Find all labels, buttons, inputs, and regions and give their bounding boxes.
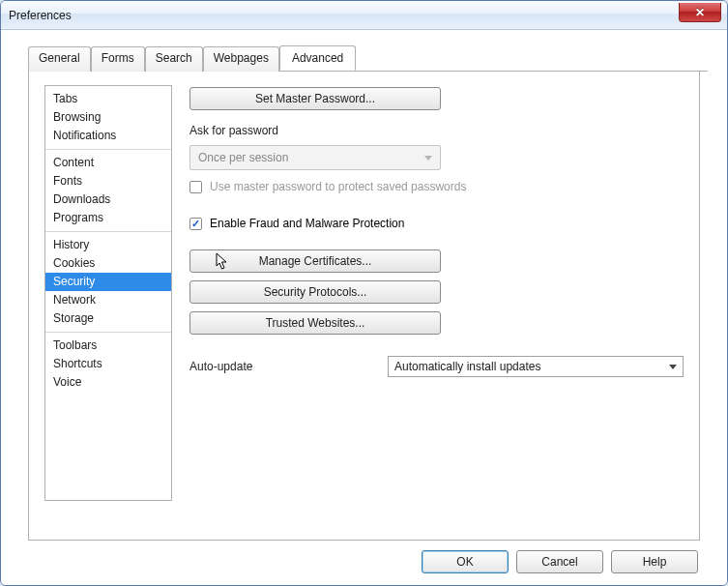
auto-update-row: Auto-update Automatically install update… bbox=[189, 356, 684, 377]
dialog-body: General Forms Search Webpages Advanced T… bbox=[1, 30, 727, 585]
enable-protection-label: Enable Fraud and Malware Protection bbox=[210, 217, 404, 230]
sidebar-item-tabs[interactable]: Tabs bbox=[45, 90, 171, 108]
security-panel: Set Master Password... Ask for password … bbox=[189, 85, 684, 526]
sidebar-item-security[interactable]: Security bbox=[45, 273, 171, 291]
use-master-password-row: Use master password to protect saved pas… bbox=[189, 180, 684, 193]
security-protocols-button[interactable]: Security Protocols... bbox=[189, 280, 441, 304]
ask-for-password-select[interactable]: Once per session bbox=[189, 145, 441, 170]
use-master-password-label: Use master password to protect saved pas… bbox=[210, 180, 466, 193]
button-stack: Manage Certificates... Security Protocol… bbox=[189, 249, 684, 335]
tab-forms[interactable]: Forms bbox=[91, 46, 145, 72]
trusted-websites-button[interactable]: Trusted Websites... bbox=[189, 311, 441, 335]
auto-update-value: Automatically install updates bbox=[394, 360, 540, 373]
sidebar-item-voice[interactable]: Voice bbox=[45, 373, 171, 392]
tab-webpages[interactable]: Webpages bbox=[203, 46, 279, 72]
dialog-footer: OK Cancel Help bbox=[20, 541, 708, 573]
close-button[interactable]: ✕ bbox=[679, 3, 721, 22]
titlebar: Preferences ✕ bbox=[1, 1, 727, 30]
tab-advanced[interactable]: Advanced bbox=[279, 45, 356, 71]
tabstrip: General Forms Search Webpages Advanced bbox=[28, 45, 708, 72]
tab-panel-advanced: Tabs Browsing Notifications Content Font… bbox=[28, 72, 700, 541]
sidebar-item-notifications[interactable]: Notifications bbox=[45, 127, 171, 145]
sidebar-item-storage[interactable]: Storage bbox=[45, 309, 171, 328]
cancel-button[interactable]: Cancel bbox=[516, 550, 603, 573]
sidebar-item-downloads[interactable]: Downloads bbox=[45, 190, 171, 209]
advanced-sidebar: Tabs Browsing Notifications Content Font… bbox=[44, 85, 172, 501]
ask-for-password-value: Once per session bbox=[198, 151, 288, 164]
ok-button[interactable]: OK bbox=[422, 550, 509, 573]
sidebar-item-network[interactable]: Network bbox=[45, 291, 171, 309]
sidebar-item-toolbars[interactable]: Toolbars bbox=[45, 337, 171, 355]
set-master-password-button[interactable]: Set Master Password... bbox=[189, 87, 441, 110]
tab-general[interactable]: General bbox=[28, 46, 91, 72]
manage-certificates-button[interactable]: Manage Certificates... bbox=[189, 249, 441, 273]
help-button[interactable]: Help bbox=[611, 550, 698, 573]
enable-protection-checkbox[interactable] bbox=[189, 218, 202, 230]
close-icon: ✕ bbox=[695, 6, 705, 19]
tab-search[interactable]: Search bbox=[145, 46, 203, 72]
enable-protection-row: Enable Fraud and Malware Protection bbox=[189, 217, 684, 230]
chevron-down-icon bbox=[669, 365, 677, 369]
sidebar-item-history[interactable]: History bbox=[45, 236, 171, 254]
ask-for-password-label: Ask for password bbox=[189, 124, 684, 137]
sidebar-item-programs[interactable]: Programs bbox=[45, 209, 171, 227]
sidebar-item-fonts[interactable]: Fonts bbox=[45, 172, 171, 190]
sidebar-item-cookies[interactable]: Cookies bbox=[45, 254, 171, 273]
window-title: Preferences bbox=[9, 9, 72, 22]
chevron-down-icon bbox=[424, 156, 432, 161]
sidebar-item-browsing[interactable]: Browsing bbox=[45, 108, 171, 127]
sidebar-item-shortcuts[interactable]: Shortcuts bbox=[45, 355, 171, 373]
auto-update-label: Auto-update bbox=[189, 360, 359, 373]
sidebar-item-content[interactable]: Content bbox=[45, 154, 171, 172]
auto-update-select[interactable]: Automatically install updates bbox=[388, 356, 684, 377]
use-master-password-checkbox bbox=[189, 181, 202, 193]
preferences-window: Preferences ✕ General Forms Search Webpa… bbox=[0, 0, 728, 586]
